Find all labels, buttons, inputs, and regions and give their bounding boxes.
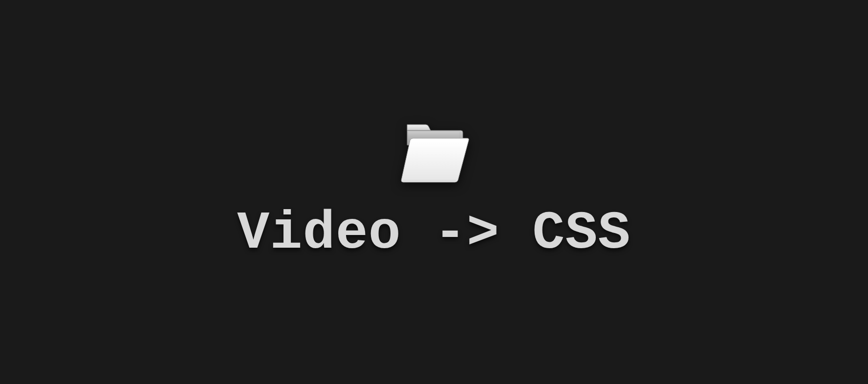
- main-content: Video -> CSS: [237, 121, 630, 264]
- page-title: Video -> CSS: [237, 203, 630, 264]
- open-folder-icon: [397, 121, 471, 184]
